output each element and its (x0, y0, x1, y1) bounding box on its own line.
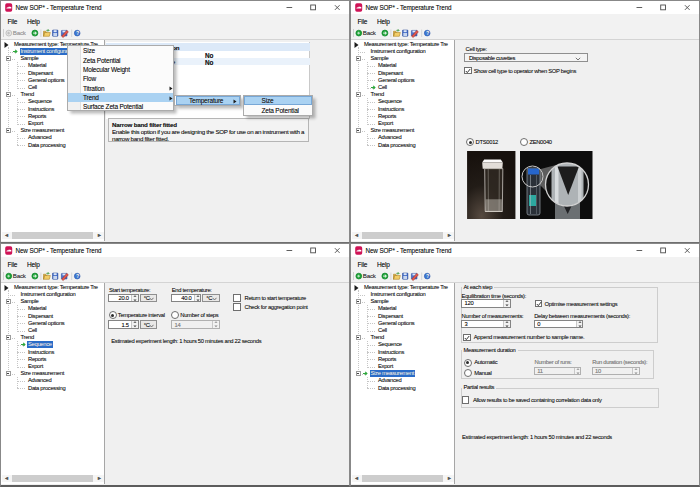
svg-text:Back: Back (363, 272, 377, 279)
svg-text:Back: Back (13, 272, 27, 279)
svg-text:Back: Back (13, 29, 27, 36)
svg-text:?: ? (76, 273, 79, 279)
svg-text:?: ? (426, 273, 429, 279)
svg-text:?: ? (426, 30, 429, 36)
svg-text:Back: Back (363, 29, 377, 36)
svg-text:?: ? (76, 30, 79, 36)
